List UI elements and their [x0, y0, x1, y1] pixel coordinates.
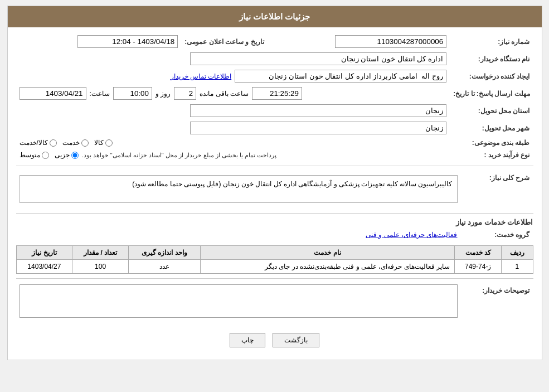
process-note: پرداخت تمام یا بخشی از مبلغ خریدار از مح… — [82, 152, 277, 159]
divider-2 — [16, 213, 533, 214]
services-table: ردیف کد خدمت نام خدمت واحد اندازه گیری ت… — [16, 245, 533, 274]
service-group-link[interactable]: فعالیت‌های حرفه‌ای، علمی و فنی — [366, 231, 457, 239]
divider-1 — [16, 166, 533, 166]
category-radios: کالا/خدمت خدمت کالا — [16, 137, 450, 149]
creator-row: اطلاعات تماس خریدار (function(){ var inp… — [16, 67, 450, 85]
city-value — [16, 119, 450, 137]
cell-row: 1 — [502, 260, 533, 274]
province-value — [16, 102, 450, 119]
col-date: تاریخ نیاز — [16, 246, 72, 260]
contact-link[interactable]: اطلاعات تماس خریدار — [171, 72, 232, 80]
city-label: شهر محل تحویل: — [450, 119, 533, 137]
buyer-desc-textarea[interactable] — [20, 284, 458, 318]
services-section-title: اطلاعات خدمات مورد نیاز — [16, 218, 533, 226]
table-row: 1 ز-74-749 سایر فعالیت‌های حرفه‌ای، علمی… — [16, 260, 533, 274]
category-kala-radio[interactable]: کالا — [94, 139, 113, 147]
buyer-desc-value — [16, 282, 461, 322]
deadline-time-label: ساعت: — [90, 90, 110, 98]
deadline-remaining-input[interactable] — [252, 87, 302, 100]
category-khedmat-radio[interactable]: خدمت — [62, 139, 89, 147]
divider-3 — [16, 278, 533, 279]
col-name: نام خدمت — [200, 246, 454, 260]
cell-name: سایر فعالیت‌های حرفه‌ای، علمی و فنی طبقه… — [200, 260, 454, 274]
deadline-label: مهلت ارسال پاسخ: تا تاریخ: — [450, 85, 533, 102]
page-title: جزئیات اطلاعات نیاز — [8, 6, 542, 27]
creator-label: ایجاد کننده درخواست: — [450, 67, 533, 85]
service-group-label: گروه خدمت: — [461, 229, 533, 241]
province-label: استان محل تحویل: — [450, 102, 533, 119]
category-kala-khedmat-radio[interactable]: کالا/خدمت — [20, 139, 57, 147]
buyer-org-input[interactable] — [190, 52, 446, 65]
service-group-value: فعالیت‌های حرفه‌ای، علمی و فنی — [16, 229, 461, 241]
description-box: کالیبراسیون سالانه کلیه تجهیزات پزشکی و … — [20, 175, 458, 203]
description-label: شرح کلی نیاز: — [461, 170, 533, 209]
process-label: نوع فرآیند خرید : — [450, 149, 533, 161]
cell-code: ز-74-749 — [455, 260, 502, 274]
back-button[interactable]: بازگشت — [273, 333, 319, 347]
col-quantity: تعداد / مقدار — [72, 246, 129, 260]
cell-unit: عدد — [128, 260, 200, 274]
announce-date-input[interactable] — [77, 35, 178, 48]
deadline-days-input[interactable] — [174, 87, 196, 100]
cell-quantity: 100 — [72, 260, 129, 274]
province-input[interactable] — [190, 104, 446, 117]
process-motavasset-radio[interactable]: متوسط — [20, 151, 49, 159]
col-row: ردیف — [502, 246, 533, 260]
category-label: طبقه بندی موضوعی: — [450, 137, 533, 149]
need-number-label: شماره نیاز: — [450, 33, 533, 50]
process-row: متوسط جزیی پرداخت تمام یا بخشی از مبلغ خ… — [16, 149, 450, 161]
process-jazyi-radio[interactable]: جزیی — [55, 151, 79, 159]
city-input[interactable] — [190, 122, 446, 134]
buyer-org-label: نام دستگاه خریدار: — [450, 50, 533, 67]
deadline-row: ساعت: روز و ساعت باقی مانده — [16, 85, 450, 102]
deadline-date-input[interactable] — [20, 87, 86, 100]
description-value: کالیبراسیون سالانه کلیه تجهیزات پزشکی و … — [16, 170, 461, 209]
print-button[interactable]: چاپ — [230, 333, 265, 347]
deadline-days-label: روز و — [156, 90, 171, 98]
cell-date: 1403/04/27 — [16, 260, 72, 274]
need-number-value — [268, 33, 450, 50]
col-unit: واحد اندازه گیری — [128, 246, 200, 260]
buyer-org-value: اداره کل انتقال خون استان زنجان (functio… — [16, 50, 450, 67]
announce-date-value — [16, 33, 182, 50]
col-code: کد خدمت — [455, 246, 502, 260]
creator-input[interactable] — [235, 70, 446, 83]
announce-date-label: تاریخ و ساعت اعلان عمومی: — [181, 33, 267, 50]
buyer-desc-label: توصیحات خریدار: — [461, 282, 533, 322]
deadline-remaining-label: ساعت باقی مانده — [200, 90, 249, 98]
deadline-time-input[interactable] — [113, 87, 152, 100]
need-number-input[interactable] — [335, 35, 446, 48]
button-bar: بازگشت چاپ — [16, 326, 533, 354]
